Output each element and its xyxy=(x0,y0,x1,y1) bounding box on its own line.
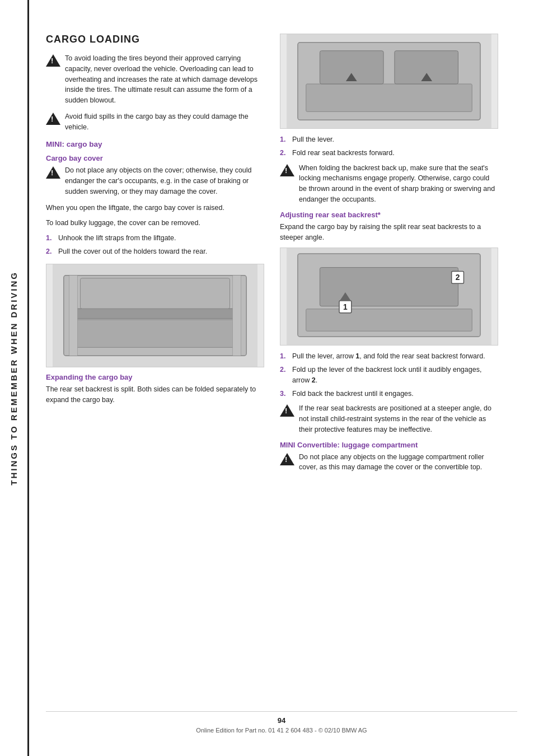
step-adjust-num-1: 1. xyxy=(280,351,289,362)
steps-cover-list: 1. Unhook the lift straps from the liftg… xyxy=(46,233,264,257)
main-content: CARGO LOADING To avoid loading the tires… xyxy=(29,0,534,756)
page-title: CARGO LOADING xyxy=(46,34,264,45)
adjust-seat-svg: 1 2 xyxy=(280,248,498,345)
svg-rect-18 xyxy=(306,309,472,332)
sub-expanding-heading: Expanding the cargo bay xyxy=(46,373,264,381)
step-adjust-3: 3. Fold back the backrest until it engag… xyxy=(280,389,498,399)
sub-cargo-cover-heading: Cargo bay cover xyxy=(46,154,264,162)
step-fold-2: 2. Fold rear seat backrests forward. xyxy=(280,148,498,158)
warning-text-4: When folding the backrest back up, make … xyxy=(299,163,498,205)
sub-convertible-heading: MINI Convertible: luggage compartment xyxy=(280,441,498,449)
warning-icon-3 xyxy=(46,166,60,179)
svg-text:2: 2 xyxy=(456,273,460,282)
step-fold-text-1: Pull the lever. xyxy=(292,134,334,145)
warning-text-5: If the rear seat backrests are positione… xyxy=(299,403,498,435)
step-fold-1: 1. Pull the lever. xyxy=(280,134,498,145)
warning-block-6: Do not place any objects on the luggage … xyxy=(280,452,498,473)
step-adjust-text-3: Fold back the backrest until it engages. xyxy=(292,389,414,399)
step-adjust-text-1: Pull the lever, arrow 1, and fold the re… xyxy=(292,351,485,362)
step-adjust-1: 1. Pull the lever, arrow 1, and fold the… xyxy=(280,351,498,362)
warning-text-2: Avoid fluid spills in the cargo bay as t… xyxy=(65,111,264,133)
step-fold-num-1: 1. xyxy=(280,134,289,145)
step-adjust-num-3: 3. xyxy=(280,389,289,399)
warning-icon-1 xyxy=(46,54,60,67)
step-adjust-text-2: Fold up the lever of the backrest lock u… xyxy=(292,365,498,386)
step-text-1: Unhook the lift straps from the liftgate… xyxy=(58,233,176,244)
cargo-cover-svg xyxy=(46,264,264,367)
page-container: THINGS TO REMEMBER WHEN DRIVING CARGO LO… xyxy=(0,0,534,756)
warning-text-1: To avoid loading the tires beyond their … xyxy=(65,53,264,106)
sidebar-text: THINGS TO REMEMBER WHEN DRIVING xyxy=(9,271,18,486)
svg-text:1: 1 xyxy=(343,302,348,311)
step-cover-1: 1. Unhook the lift straps from the liftg… xyxy=(46,233,264,244)
para-liftgate: When you open the liftgate, the cargo ba… xyxy=(46,203,264,213)
right-column: 1. Pull the lever. 2. Fold rear seat bac… xyxy=(280,34,498,694)
warning-block-4: When folding the backrest back up, make … xyxy=(280,163,498,205)
fold-seat-image xyxy=(280,34,498,129)
svg-rect-11 xyxy=(306,84,472,111)
step-num-1: 1. xyxy=(46,233,55,244)
para-expanding: The rear set backrest is split. Both sid… xyxy=(46,384,264,406)
step-num-2: 2. xyxy=(46,246,55,257)
cargo-cover-image xyxy=(46,264,264,367)
section-mini-heading: MINI: cargo bay xyxy=(46,140,264,148)
adjust-seat-image: 1 2 xyxy=(280,248,498,346)
warning-block-1: To avoid loading the tires beyond their … xyxy=(46,53,264,106)
warning-icon-4 xyxy=(280,164,294,176)
two-col-layout: CARGO LOADING To avoid loading the tires… xyxy=(46,34,517,694)
svg-rect-8 xyxy=(80,278,229,308)
svg-rect-3 xyxy=(75,309,236,319)
warning-block-2: Avoid fluid spills in the cargo bay as t… xyxy=(46,111,264,133)
warning-block-5: If the rear seat backrests are positione… xyxy=(280,403,498,435)
step-adjust-2: 2. Fold up the lever of the backrest loc… xyxy=(280,365,498,386)
warning-text-3: Do not place any objects on the cover; o… xyxy=(65,165,264,197)
warning-icon-6 xyxy=(280,453,294,465)
step-adjust-num-2: 2. xyxy=(280,365,289,386)
step-fold-num-2: 2. xyxy=(280,148,289,158)
warning-icon-5 xyxy=(280,404,294,417)
warning-text-6: Do not place any objects on the luggage … xyxy=(299,452,498,473)
fold-seat-svg xyxy=(280,34,498,128)
step-cover-2: 2. Pull the cover out of the holders tow… xyxy=(46,246,264,257)
steps-adjust-list: 1. Pull the lever, arrow 1, and fold the… xyxy=(280,351,498,399)
sub-adjusting-heading: Adjusting rear seat backrest* xyxy=(280,211,498,219)
page-footer: 94 Online Edition for Part no. 01 41 2 6… xyxy=(46,711,517,734)
warning-icon-2 xyxy=(46,113,60,125)
para-bulky: To load bulky luggage, the cover can be … xyxy=(46,218,264,228)
steps-fold-list: 1. Pull the lever. 2. Fold rear seat bac… xyxy=(280,134,498,158)
footer-copyright: Online Edition for Part no. 01 41 2 604 … xyxy=(196,727,367,734)
warning-block-3: Do not place any objects on the cover; o… xyxy=(46,165,264,197)
para-adjusting: Expand the cargo bay by raising the spli… xyxy=(280,222,498,244)
svg-rect-6 xyxy=(69,276,78,356)
step-fold-text-2: Fold rear seat backrests forward. xyxy=(292,148,395,158)
svg-rect-2 xyxy=(72,320,238,347)
left-column: CARGO LOADING To avoid loading the tires… xyxy=(46,34,264,694)
svg-rect-7 xyxy=(232,276,241,356)
step-text-2: Pull the cover out of the holders toward… xyxy=(58,246,207,257)
page-number: 94 xyxy=(278,716,285,725)
sidebar-label: THINGS TO REMEMBER WHEN DRIVING xyxy=(0,0,29,756)
